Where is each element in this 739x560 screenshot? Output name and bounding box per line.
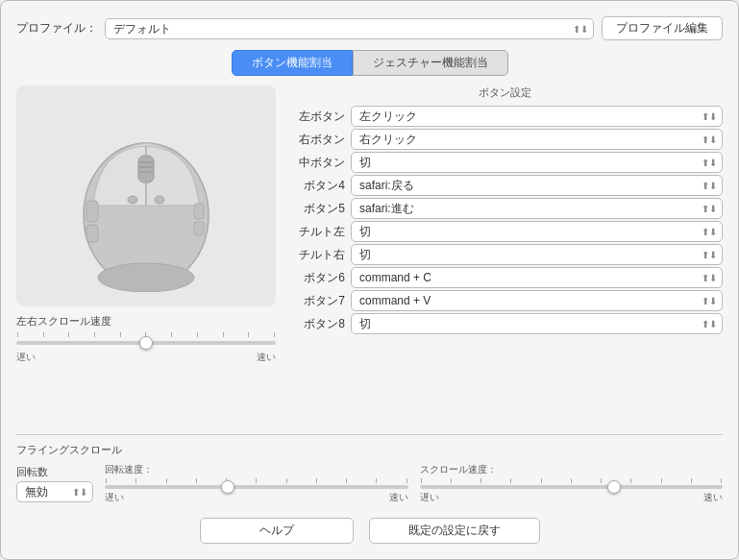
flying-scroll-title: フライングスクロール — [16, 443, 723, 457]
button-select-2[interactable]: 切 — [351, 152, 723, 173]
button-select-wrapper-9: 切⬆⬇ — [351, 313, 723, 334]
button-settings-section-label: ボタン設定 — [287, 85, 723, 100]
scroll-speed-slow-label2: 遅い — [420, 491, 439, 504]
button-name-7: ボタン6 — [287, 270, 345, 286]
svg-rect-6 — [86, 225, 98, 242]
button-select-6[interactable]: 切 — [351, 244, 723, 265]
help-button[interactable]: ヘルプ — [200, 518, 354, 544]
button-select-wrapper-7: command + C⬆⬇ — [351, 267, 723, 288]
rotation-speed-slider[interactable] — [105, 485, 408, 489]
profile-select-wrapper: デフォルト ⬆⬇ — [105, 18, 594, 39]
scroll-speed-flying-labels: 遅い 速い — [420, 491, 724, 504]
rotation-count-label: 回転数 — [16, 465, 93, 479]
rotation-count-select-wrapper: 無効 ⬆⬇ — [16, 481, 93, 502]
button-name-9: ボタン8 — [287, 316, 345, 332]
main-content: 左右スクロール速度 遅い 速い — [16, 85, 723, 425]
button-select-wrapper-6: 切⬆⬇ — [351, 244, 723, 265]
app-window: プロファイル： デフォルト ⬆⬇ プロファイル編集 ボタン機能割当 ジェスチャー… — [0, 0, 739, 560]
button-row: 右ボタン右クリック⬆⬇ — [287, 129, 723, 150]
button-name-3: ボタン4 — [287, 178, 345, 194]
button-name-0: 左ボタン — [287, 109, 345, 125]
tabs-row: ボタン機能割当 ジェスチャー機能割当 — [16, 50, 723, 76]
button-row: 中ボタン切⬆⬇ — [287, 152, 723, 173]
flying-scroll-section: フライングスクロール 回転数 無効 ⬆⬇ 回転速度： — [16, 434, 723, 504]
button-row: ボタン8切⬆⬇ — [287, 313, 723, 334]
button-select-wrapper-0: 左クリック⬆⬇ — [351, 106, 723, 127]
button-select-wrapper-8: command + V⬆⬇ — [351, 290, 723, 311]
scroll-speed-group: スクロール速度： 遅い 速い — [420, 463, 724, 504]
button-select-7[interactable]: command + C — [351, 267, 723, 288]
button-name-2: 中ボタン — [287, 155, 345, 171]
button-row: チルト左切⬆⬇ — [287, 221, 723, 242]
mouse-image-area — [16, 85, 276, 306]
scroll-speed-slow-label: 遅い — [16, 351, 36, 364]
button-select-wrapper-1: 右クリック⬆⬇ — [351, 129, 723, 150]
scroll-speed-fast-label: 速い — [257, 351, 276, 364]
right-panel: ボタン設定 左ボタン左クリック⬆⬇右ボタン右クリック⬆⬇中ボタン切⬆⬇ボタン4s… — [287, 85, 723, 425]
mouse-illustration — [60, 100, 233, 292]
profile-label: プロファイル： — [16, 20, 97, 37]
button-name-4: ボタン5 — [287, 201, 345, 217]
profile-select[interactable]: デフォルト — [105, 18, 594, 39]
button-row: チルト右切⬆⬇ — [287, 244, 723, 265]
button-rows-container: 左ボタン左クリック⬆⬇右ボタン右クリック⬆⬇中ボタン切⬆⬇ボタン4safari:… — [287, 106, 723, 336]
button-select-5[interactable]: 切 — [351, 221, 723, 242]
svg-point-8 — [98, 263, 194, 292]
scroll-speed-slider[interactable] — [16, 341, 276, 345]
rotation-speed-group: 回転速度： 遅い 速い — [105, 463, 408, 504]
tab-gesture-assign[interactable]: ジェスチャー機能割当 — [353, 50, 508, 76]
svg-rect-5 — [86, 201, 98, 222]
button-row: 左ボタン左クリック⬆⬇ — [287, 106, 723, 127]
button-row: ボタン6command + C⬆⬇ — [287, 267, 723, 288]
button-select-1[interactable]: 右クリック — [351, 129, 723, 150]
button-select-8[interactable]: command + V — [351, 290, 723, 311]
button-select-4[interactable]: safari:進む — [351, 198, 723, 219]
bottom-bar: ヘルプ 既定の設定に戻す — [16, 514, 723, 544]
scroll-speed-section: 左右スクロール速度 遅い 速い — [16, 314, 276, 364]
rotation-speed-slow-label: 遅い — [105, 491, 124, 504]
button-row: ボタン7command + V⬆⬇ — [287, 290, 723, 311]
svg-point-10 — [155, 196, 164, 204]
rotation-speed-fast-label: 速い — [389, 491, 408, 504]
rotation-speed-label: 回転速度： — [105, 463, 408, 476]
button-row: ボタン5safari:進む⬆⬇ — [287, 198, 723, 219]
scroll-speed-label: 左右スクロール速度 — [16, 314, 276, 329]
scroll-speed-slider-labels: 遅い 速い — [16, 351, 276, 364]
button-select-wrapper-4: safari:進む⬆⬇ — [351, 198, 723, 219]
tab-button-assign[interactable]: ボタン機能割当 — [232, 50, 353, 76]
profile-row: プロファイル： デフォルト ⬆⬇ プロファイル編集 — [16, 16, 723, 40]
profile-edit-button[interactable]: プロファイル編集 — [602, 16, 723, 40]
button-select-wrapper-2: 切⬆⬇ — [351, 152, 723, 173]
flying-scroll-controls: 回転数 無効 ⬆⬇ 回転速度： — [16, 463, 723, 504]
button-row: ボタン4safari:戻る⬆⬇ — [287, 175, 723, 196]
left-panel: 左右スクロール速度 遅い 速い — [16, 85, 276, 425]
rotation-speed-labels: 遅い 速い — [105, 491, 408, 504]
button-select-3[interactable]: safari:戻る — [351, 175, 723, 196]
button-select-wrapper-3: safari:戻る⬆⬇ — [351, 175, 723, 196]
svg-rect-12 — [194, 222, 204, 235]
scroll-speed-slider2[interactable] — [420, 485, 724, 489]
button-select-9[interactable]: 切 — [351, 313, 723, 334]
button-name-5: チルト左 — [287, 224, 345, 240]
button-select-wrapper-5: 切⬆⬇ — [351, 221, 723, 242]
reset-button[interactable]: 既定の設定に戻す — [369, 518, 540, 544]
rotation-count-select[interactable]: 無効 — [16, 481, 93, 502]
button-name-6: チルト右 — [287, 247, 345, 263]
scroll-speed-fast-label2: 速い — [703, 491, 723, 504]
button-select-0[interactable]: 左クリック — [351, 106, 723, 127]
svg-rect-11 — [194, 204, 204, 219]
scroll-speed-flying-label: スクロール速度： — [420, 463, 724, 476]
button-name-1: 右ボタン — [287, 132, 345, 148]
button-name-8: ボタン7 — [287, 293, 345, 309]
svg-point-9 — [128, 196, 137, 204]
rotation-count-group: 回転数 無効 ⬆⬇ — [16, 465, 93, 502]
